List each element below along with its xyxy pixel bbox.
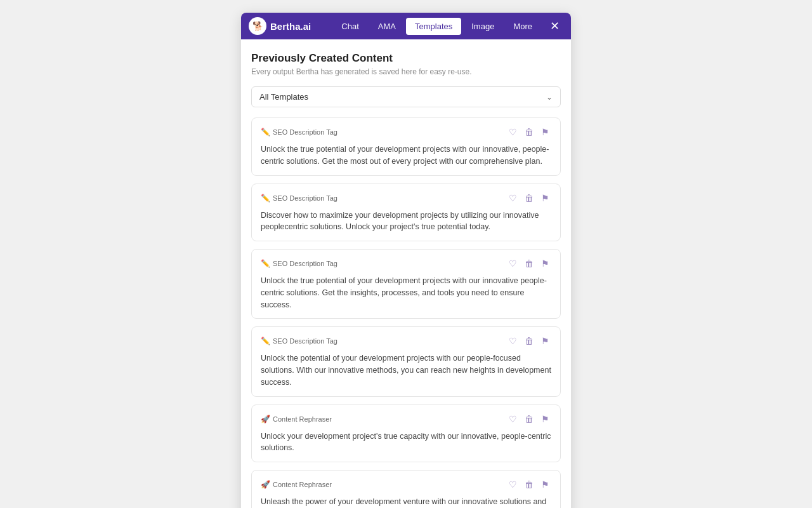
card-3-header: ✏️ SEO Description Tag ♡ 🗑 ⚑ xyxy=(261,257,551,270)
logo-icon: 🐕 xyxy=(249,17,266,35)
card-1-delete-button[interactable]: 🗑 xyxy=(523,126,535,138)
card-6-tag: 🚀 Content Rephraser xyxy=(261,480,332,489)
card-4: ✏️ SEO Description Tag ♡ 🗑 ⚑ Unlock the … xyxy=(251,326,561,396)
page-title: Previously Created Content xyxy=(251,52,561,65)
card-6-delete-button[interactable]: 🗑 xyxy=(523,478,535,491)
card-3-tag: ✏️ SEO Description Tag xyxy=(261,259,337,268)
card-3-text: Unlock the true potential of your develo… xyxy=(261,275,551,311)
tab-ama[interactable]: AMA xyxy=(369,18,405,35)
card-4-actions: ♡ 🗑 ⚑ xyxy=(507,335,551,347)
card-2-header: ✏️ SEO Description Tag ♡ 🗑 ⚑ xyxy=(261,192,551,204)
tab-templates[interactable]: Templates xyxy=(406,18,461,35)
card-3-actions: ♡ 🗑 ⚑ xyxy=(507,257,551,270)
card-6-like-button[interactable]: ♡ xyxy=(507,478,519,491)
card-5-like-button[interactable]: ♡ xyxy=(507,413,519,425)
card-2: ✏️ SEO Description Tag ♡ 🗑 ⚑ Discover ho… xyxy=(251,184,561,242)
chevron-down-icon: ⌄ xyxy=(546,93,553,102)
card-1-flag-button[interactable]: ⚑ xyxy=(539,126,551,138)
card-1: ✏️ SEO Description Tag ♡ 🗑 ⚑ Unlock the … xyxy=(251,117,561,176)
card-6-flag-button[interactable]: ⚑ xyxy=(539,478,551,491)
page-subtitle: Every output Bertha has generated is sav… xyxy=(251,67,561,76)
card-4-tag: ✏️ SEO Description Tag xyxy=(261,337,337,345)
pencil-icon-4: ✏️ xyxy=(261,337,270,345)
logo-text: Bertha.ai xyxy=(270,21,311,32)
card-4-delete-button[interactable]: 🗑 xyxy=(523,335,535,347)
filter-label: All Templates xyxy=(259,92,308,102)
app-container: 🐕 Bertha.ai Chat AMA Templates Image Mor… xyxy=(241,13,571,508)
card-3: ✏️ SEO Description Tag ♡ 🗑 ⚑ Unlock the … xyxy=(251,249,561,319)
card-2-like-button[interactable]: ♡ xyxy=(507,192,519,204)
pencil-icon-2: ✏️ xyxy=(261,194,270,203)
card-2-delete-button[interactable]: 🗑 xyxy=(523,192,535,204)
card-1-actions: ♡ 🗑 ⚑ xyxy=(507,126,551,138)
card-5-header: 🚀 Content Rephraser ♡ 🗑 ⚑ xyxy=(261,413,551,425)
pencil-icon-1: ✏️ xyxy=(261,128,270,137)
card-2-tag-label: SEO Description Tag xyxy=(273,194,337,202)
card-5-actions: ♡ 🗑 ⚑ xyxy=(507,413,551,425)
card-2-flag-button[interactable]: ⚑ xyxy=(539,192,551,204)
card-5: 🚀 Content Rephraser ♡ 🗑 ⚑ Unlock your de… xyxy=(251,404,561,463)
card-6-header: 🚀 Content Rephraser ♡ 🗑 ⚑ xyxy=(261,478,551,491)
card-6-actions: ♡ 🗑 ⚑ xyxy=(507,478,551,491)
card-2-text: Discover how to maximize your developmen… xyxy=(261,210,551,234)
card-3-like-button[interactable]: ♡ xyxy=(507,257,519,270)
card-5-tag-label: Content Rephraser xyxy=(273,415,332,423)
card-5-tag: 🚀 Content Rephraser xyxy=(261,415,332,424)
card-4-tag-label: SEO Description Tag xyxy=(273,337,337,345)
card-4-header: ✏️ SEO Description Tag ♡ 🗑 ⚑ xyxy=(261,335,551,347)
card-6-text: Unleash the power of your development ve… xyxy=(261,496,551,508)
tab-image[interactable]: Image xyxy=(462,18,503,35)
pencil-icon-3: ✏️ xyxy=(261,259,270,268)
content-area: Previously Created Content Every output … xyxy=(241,39,571,508)
logo: 🐕 Bertha.ai xyxy=(249,17,311,35)
card-4-text: Unlock the potential of your development… xyxy=(261,352,551,388)
card-3-delete-button[interactable]: 🗑 xyxy=(523,257,535,270)
card-2-actions: ♡ 🗑 ⚑ xyxy=(507,192,551,204)
card-5-flag-button[interactable]: ⚑ xyxy=(539,413,551,425)
card-4-like-button[interactable]: ♡ xyxy=(507,335,519,347)
card-1-tag: ✏️ SEO Description Tag xyxy=(261,128,337,137)
card-1-like-button[interactable]: ♡ xyxy=(507,126,519,138)
filter-dropdown[interactable]: All Templates ⌄ xyxy=(251,86,561,107)
card-3-flag-button[interactable]: ⚑ xyxy=(539,257,551,270)
card-4-flag-button[interactable]: ⚑ xyxy=(539,335,551,347)
card-3-tag-label: SEO Description Tag xyxy=(273,260,337,267)
card-1-header: ✏️ SEO Description Tag ♡ 🗑 ⚑ xyxy=(261,126,551,138)
nav-tabs: Chat AMA Templates Image More xyxy=(332,18,541,35)
card-1-text: Unlock the true potential of your develo… xyxy=(261,144,551,168)
card-5-text: Unlock your development project's true c… xyxy=(261,431,551,455)
close-button[interactable]: ✕ xyxy=(546,17,563,36)
card-1-tag-label: SEO Description Tag xyxy=(273,128,337,136)
header: 🐕 Bertha.ai Chat AMA Templates Image Mor… xyxy=(241,13,571,39)
card-6-tag-label: Content Rephraser xyxy=(273,481,332,488)
tab-chat[interactable]: Chat xyxy=(332,18,367,35)
card-6: 🚀 Content Rephraser ♡ 🗑 ⚑ Unleash the po… xyxy=(251,470,561,508)
rocket-icon-2: 🚀 xyxy=(261,480,270,489)
card-2-tag: ✏️ SEO Description Tag xyxy=(261,194,337,203)
rocket-icon-1: 🚀 xyxy=(261,415,270,424)
tab-more[interactable]: More xyxy=(504,18,541,35)
card-5-delete-button[interactable]: 🗑 xyxy=(523,413,535,425)
